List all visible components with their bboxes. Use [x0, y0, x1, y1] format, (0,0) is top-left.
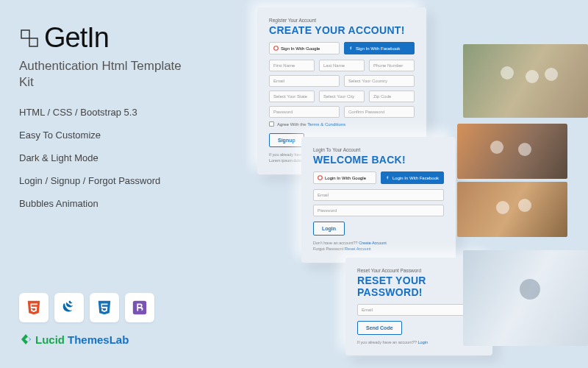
first-name-input[interactable]: First Name — [269, 60, 315, 71]
last-name-input[interactable]: Last Name — [319, 60, 365, 71]
zip-input[interactable]: Zip Code — [369, 91, 415, 102]
hero-photo-3 — [463, 250, 588, 346]
login-email-input[interactable]: Email — [313, 189, 444, 201]
signup-pre: Register Your Account — [269, 18, 415, 23]
hero-photo-1 — [463, 44, 588, 118]
brand-name: GetIn — [44, 22, 109, 54]
tech-badges — [19, 293, 187, 322]
reset-account-link[interactable]: Reset Account — [345, 247, 370, 251]
reset-login-link[interactable]: Login — [418, 340, 428, 344]
terms-link[interactable]: Terms & Conditions — [307, 122, 345, 127]
subtitle: Authentication Html Template Kit — [19, 58, 187, 91]
state-select[interactable]: Select Your State — [269, 91, 315, 102]
city-select[interactable]: Select Your City — [319, 91, 365, 102]
confirm-password-input[interactable]: Confirm Password — [344, 106, 415, 118]
feature-item: HTML / CSS / Bootstrap 5.3 — [19, 107, 187, 118]
svg-point-4 — [318, 176, 323, 180]
html5-icon — [19, 293, 49, 322]
signup-title: CREATE YOUR ACCOUNT! — [269, 24, 415, 36]
brand-row: GetIn — [19, 22, 187, 54]
reset-email-input[interactable]: Email — [357, 304, 481, 316]
left-panel: GetIn Authentication Html Template Kit H… — [0, 0, 206, 368]
feature-item: Bubbles Animation — [19, 198, 187, 209]
feature-item: Dark & Light Mode — [19, 152, 187, 163]
svg-point-3 — [274, 46, 279, 51]
send-code-button[interactable]: Send Code — [357, 321, 402, 335]
terms-label: Agree With the Terms & Conditions — [277, 122, 345, 127]
hero-photo-2 — [457, 124, 567, 238]
phone-input[interactable]: Phone Number — [369, 60, 415, 71]
brand-logo-icon — [19, 28, 40, 49]
reset-title: RESET YOUR PASSWORD! — [357, 275, 481, 298]
password-input[interactable]: Password — [269, 106, 340, 118]
email-input[interactable]: Email — [269, 75, 340, 87]
login-pre: Login To Your Account — [313, 147, 444, 152]
right-panel: Register Your Account CREATE YOUR ACCOUN… — [206, 0, 588, 368]
signup-google-button[interactable]: Sign In With Google — [269, 42, 340, 54]
feature-list: HTML / CSS / Bootstrap 5.3 Easy To Custo… — [19, 107, 187, 209]
reset-pre: Reset Your Account Password — [357, 268, 481, 273]
signup-facebook-button[interactable]: Sign In With Facebook — [344, 42, 415, 54]
reset-fine: If you already have an account?? Login — [357, 339, 481, 345]
login-google-button[interactable]: Login In With Google — [313, 171, 376, 184]
login-facebook-button[interactable]: Login In With Facebook — [381, 171, 444, 184]
login-card: Login To Your Account WELCOME BACK! Logi… — [301, 137, 456, 263]
login-fine: Don't have an account?? Create Account F… — [313, 240, 444, 252]
vendor-word-1: Lucid — [35, 333, 65, 346]
svg-rect-0 — [21, 30, 29, 38]
vendor-mark-icon — [19, 333, 32, 346]
svg-rect-1 — [29, 38, 37, 46]
jquery-icon — [54, 293, 84, 322]
vendor-logo: Lucid ThemesLab — [19, 333, 187, 346]
css3-icon — [90, 293, 119, 322]
login-title: WELCOME BACK! — [313, 154, 444, 166]
create-account-link[interactable]: Create Account — [359, 241, 387, 245]
country-select[interactable]: Select Your Country — [344, 75, 415, 87]
login-password-input[interactable]: Password — [313, 205, 444, 216]
feature-item: Easy To Customize — [19, 130, 187, 141]
signup-button[interactable]: Signup — [269, 133, 304, 147]
vendor-word-2: ThemesLab — [68, 333, 129, 346]
feature-item: Login / Signup / Forgot Password — [19, 175, 187, 186]
terms-checkbox[interactable] — [269, 121, 274, 127]
bootstrap-icon — [125, 293, 154, 322]
login-button[interactable]: Login — [313, 222, 345, 236]
